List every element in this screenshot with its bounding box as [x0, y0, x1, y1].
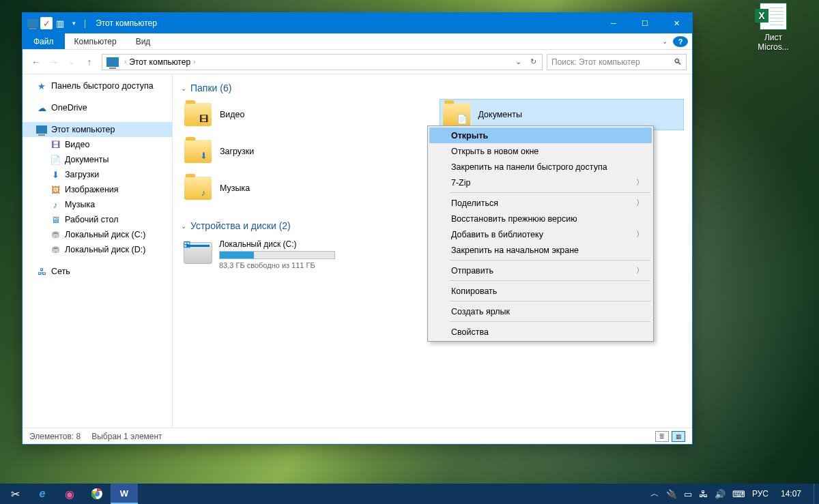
taskbar-word[interactable]: W — [111, 484, 138, 504]
ctx-open[interactable]: Открыть — [429, 128, 652, 143]
search-input[interactable]: Поиск: Этот компьютер 🔍︎ — [547, 54, 687, 70]
nav-label: OneDrive — [51, 103, 87, 113]
desktop-icon-excel[interactable]: Лист Micros... — [749, 3, 797, 52]
nav-desktop[interactable]: 🖥Рабочий стол — [23, 212, 172, 227]
qat-dropdown-icon[interactable]: ▾ — [68, 17, 80, 29]
nav-downloads[interactable]: ⬇Загрузки — [23, 167, 172, 182]
tray-ime-icon[interactable]: ⌨ — [732, 489, 745, 499]
tab-view[interactable]: Вид — [126, 33, 160, 49]
taskbar-browser[interactable]: ◉ — [56, 484, 83, 504]
folder-icon: ⬇ — [184, 140, 212, 163]
drive-icon: ⛃ — [50, 244, 61, 255]
refresh-icon[interactable]: ↻ — [526, 57, 541, 66]
folder-video[interactable]: 🎞Видео — [181, 99, 426, 130]
nav-up-icon[interactable]: ↑ — [81, 54, 98, 70]
tray-language[interactable]: РУС — [752, 489, 768, 499]
address-dropdown-icon[interactable]: ⌄ — [511, 57, 526, 66]
pc-icon — [27, 17, 39, 29]
nav-onedrive[interactable]: ☁OneDrive — [23, 100, 172, 115]
nav-label: Рабочий стол — [65, 215, 118, 224]
close-button[interactable]: ✕ — [661, 13, 692, 33]
nav-documents[interactable]: 📄Документы — [23, 152, 172, 167]
pc-icon — [106, 57, 119, 67]
nav-back-icon[interactable]: ← — [28, 54, 44, 70]
tray-battery-icon[interactable]: ▭ — [684, 489, 692, 499]
search-icon: 🔍︎ — [674, 57, 682, 67]
tab-computer[interactable]: Компьютер — [65, 33, 126, 49]
chevron-down-icon: ⌄ — [181, 222, 186, 230]
chevron-down-icon: ⌄ — [181, 85, 186, 92]
ctx-send-to[interactable]: Отправить〉 — [429, 263, 652, 278]
desktop-icon-label: Лист — [749, 33, 797, 42]
tray-volume-icon[interactable]: 🔊 — [715, 489, 725, 499]
ctx-pin-quick-access[interactable]: Закрепить на панели быстрого доступа — [429, 159, 652, 175]
titlebar[interactable]: ✓ ▥ ▾ | Этот компьютер ─ ☐ ✕ — [23, 13, 692, 33]
nav-label: Документы — [65, 155, 109, 164]
ctx-create-shortcut[interactable]: Создать ярлык — [429, 303, 652, 319]
nav-disk-d[interactable]: ⛃Локальный диск (D:) — [23, 242, 172, 257]
ribbon-collapse-icon[interactable]: ⌄ — [657, 33, 673, 49]
chevron-right-icon: 〉 — [636, 265, 644, 276]
nav-video[interactable]: 🎞Видео — [23, 137, 172, 152]
address-bar-row: ← → ⌄ ↑ › Этот компьютер › ⌄ ↻ Поиск: Эт… — [23, 50, 692, 74]
taskbar-ie[interactable]: e — [29, 484, 56, 504]
qat-properties-icon[interactable]: ✓ — [40, 17, 53, 29]
ribbon-tabs: Файл Компьютер Вид ⌄ ? — [23, 33, 692, 50]
nav-recent-icon[interactable]: ⌄ — [63, 54, 80, 70]
maximize-button[interactable]: ☐ — [629, 13, 661, 33]
chevron-right-icon[interactable]: › — [121, 58, 129, 65]
nav-disk-c[interactable]: ⛃Локальный диск (C:) — [23, 227, 172, 242]
taskbar-cortana[interactable]: ✂ — [1, 484, 29, 504]
network-icon: 🖧 — [36, 266, 47, 277]
folder-label: Музыка — [220, 183, 250, 193]
drive-usage-bar — [219, 251, 335, 259]
ctx-7zip[interactable]: 7-Zip〉 — [429, 175, 652, 190]
ctx-open-new-window[interactable]: Открыть в новом окне — [429, 143, 652, 159]
nav-label: Локальный диск (C:) — [65, 230, 145, 239]
folder-downloads[interactable]: ⬇Загрузки — [181, 136, 426, 167]
context-menu: Открыть Открыть в новом окне Закрепить н… — [427, 125, 654, 342]
ctx-copy[interactable]: Копировать — [429, 283, 652, 299]
group-folders-header[interactable]: ⌄Папки (6) — [181, 80, 684, 99]
nav-label: Видео — [65, 140, 90, 149]
view-details-icon[interactable]: ≣ — [655, 431, 669, 442]
show-desktop-button[interactable] — [814, 484, 818, 504]
ctx-share[interactable]: Поделиться〉 — [429, 195, 652, 211]
folder-music[interactable]: ♪Музыка — [181, 173, 426, 204]
documents-icon: 📄 — [50, 154, 61, 165]
ctx-add-library[interactable]: Добавить в библиотеку〉 — [429, 226, 652, 242]
tray-power-icon[interactable]: 🔌 — [666, 489, 677, 499]
folder-label: Видео — [220, 110, 245, 119]
tray-overflow-icon[interactable]: ︿ — [650, 488, 659, 500]
help-icon[interactable]: ? — [673, 36, 688, 47]
nav-label: Этот компьютер — [51, 125, 115, 134]
nav-pictures[interactable]: 🖼Изображения — [23, 182, 172, 197]
nav-label: Изображения — [65, 185, 119, 194]
ctx-properties[interactable]: Свойства — [429, 324, 652, 340]
status-count: Элементов: 8 — [29, 432, 81, 441]
nav-music[interactable]: ♪Музыка — [23, 197, 172, 212]
tab-file[interactable]: Файл — [23, 33, 65, 49]
nav-label: Панель быстрого доступа — [51, 81, 154, 91]
drive-c[interactable]: Локальный диск (C:) 83,3 ГБ свободно из … — [181, 237, 426, 272]
pictures-icon: 🖼 — [50, 184, 61, 195]
minimize-button[interactable]: ─ — [598, 13, 629, 33]
tray-clock[interactable]: 14:07 — [775, 489, 807, 499]
taskbar: ✂ e ◉ W ︿ 🔌 ▭ 🖧 🔊 ⌨ РУС 14:07 — [0, 484, 819, 504]
ctx-restore-version[interactable]: Восстановить прежнюю версию — [429, 211, 652, 226]
breadcrumb-segment[interactable]: Этот компьютер — [129, 57, 190, 67]
view-tiles-icon[interactable]: ▦ — [672, 431, 685, 442]
chevron-right-icon[interactable]: › — [190, 58, 198, 65]
taskbar-chrome[interactable] — [83, 484, 111, 504]
nav-this-pc[interactable]: Этот компьютер — [23, 122, 172, 137]
qat-newfolder-icon[interactable]: ▥ — [54, 17, 66, 29]
nav-network[interactable]: 🖧Сеть — [23, 264, 172, 279]
address-bar[interactable]: › Этот компьютер › ⌄ ↻ — [102, 54, 543, 70]
statusbar: Элементов: 8 Выбран 1 элемент ≣ ▦ — [23, 428, 692, 444]
nav-forward-icon: → — [46, 54, 62, 70]
drive-icon: ⛃ — [50, 229, 61, 240]
tray-network-icon[interactable]: 🖧 — [699, 489, 708, 499]
group-label: Папки (6) — [190, 83, 231, 93]
ctx-pin-start[interactable]: Закрепить на начальном экране — [429, 242, 652, 258]
nav-quick-access[interactable]: ★Панель быстрого доступа — [23, 78, 172, 93]
